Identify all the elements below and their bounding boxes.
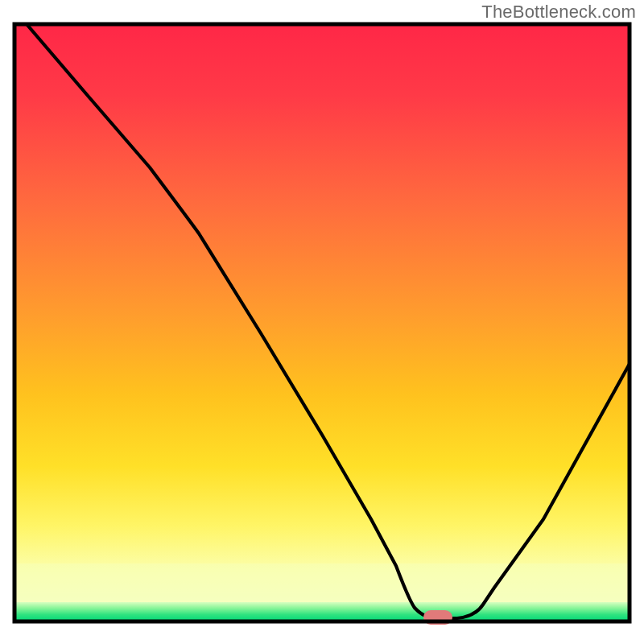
gradient-background xyxy=(14,24,630,621)
plot-area xyxy=(14,24,630,625)
watermark-text: TheBottleneck.com xyxy=(481,2,636,23)
chart-svg xyxy=(0,0,644,644)
chart-container: TheBottleneck.com xyxy=(0,0,644,644)
green-band xyxy=(14,602,630,621)
pale-band xyxy=(14,564,630,604)
